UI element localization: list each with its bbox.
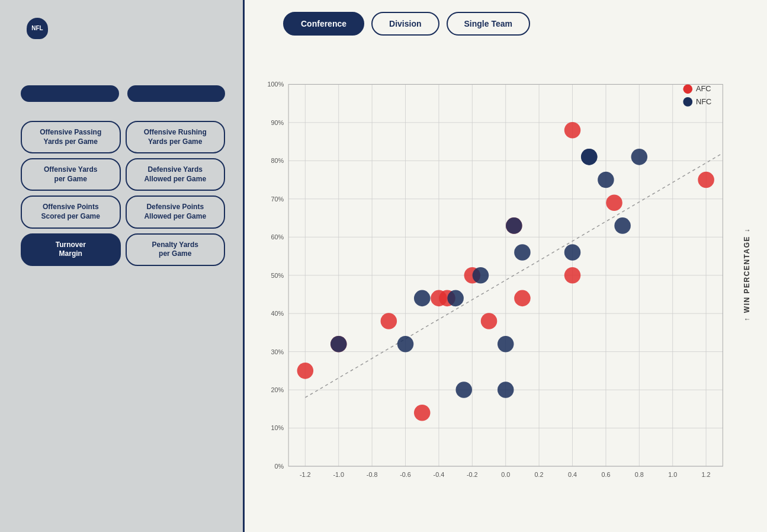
y-axis-label: ↑ WIN PERCENTAGE ↓	[743, 228, 751, 321]
highlight-btn-single-team[interactable]: Single Team	[447, 12, 530, 36]
svg-text:10%: 10%	[271, 424, 284, 431]
metric-btn-off-yards[interactable]: Offensive Yards per Game	[21, 158, 121, 191]
scatter-dot[interactable]	[498, 336, 514, 352]
svg-text:80%: 80%	[271, 157, 284, 164]
highlight-btn-conference[interactable]: Conference	[283, 12, 364, 36]
scatter-dot[interactable]	[564, 122, 581, 139]
svg-text:0.6: 0.6	[601, 471, 610, 478]
svg-text:AFC: AFC	[696, 84, 711, 93]
y-axis-up-arrow: ↑	[743, 317, 751, 322]
review-buttons	[21, 85, 225, 102]
scatter-dot[interactable]	[498, 382, 514, 398]
svg-point-51	[683, 84, 692, 94]
highlight-buttons: ConferenceDivisionSingle Team	[283, 12, 530, 36]
metric-btn-off-rush[interactable]: Offensive Rushing Yards per Game	[126, 121, 226, 153]
scatter-dot[interactable]	[514, 290, 531, 307]
svg-text:-0.2: -0.2	[467, 471, 478, 478]
title-line1: NFL	[21, 18, 225, 39]
nfl-shield-logo: NFL	[27, 18, 48, 39]
scatter-svg-container: 0%10%20%30%40%50%60%70%80%90%100%-1.2-1.…	[256, 44, 734, 521]
svg-text:0.8: 0.8	[635, 471, 644, 478]
scatter-dot[interactable]	[564, 244, 581, 261]
svg-text:0%: 0%	[275, 463, 284, 470]
scatter-dot[interactable]	[514, 244, 531, 261]
scatter-dot[interactable]	[414, 290, 431, 307]
title-block: NFL	[21, 18, 225, 50]
metric-btn-def-points[interactable]: Defensive Points Allowed per Game	[126, 196, 226, 228]
svg-text:60%: 60%	[271, 233, 284, 241]
scatter-dot[interactable]	[614, 217, 631, 234]
scatter-dot[interactable]	[631, 149, 648, 165]
scatter-dot[interactable]	[481, 313, 498, 329]
scatter-dot[interactable]	[473, 267, 489, 284]
scatter-dot[interactable]	[330, 336, 347, 352]
svg-text:0.0: 0.0	[501, 471, 510, 478]
scatter-dot[interactable]	[297, 363, 314, 379]
review-by-division-button[interactable]	[21, 85, 119, 102]
y-axis-label-container: ↑ WIN PERCENTAGE ↓	[739, 44, 755, 505]
svg-text:100%: 100%	[268, 81, 284, 88]
svg-text:20%: 20%	[271, 386, 284, 393]
metric-btn-turnover[interactable]: Turnover Margin	[21, 233, 121, 266]
metric-btn-off-points[interactable]: Offensive Points Scored per Game	[21, 196, 121, 228]
scatter-wrapper: 0%10%20%30%40%50%60%70%80%90%100%-1.2-1.…	[256, 44, 734, 523]
metric-btn-def-yards[interactable]: Defensive Yards Allowed per Game	[126, 158, 226, 191]
svg-text:-0.6: -0.6	[400, 471, 411, 478]
svg-text:-0.4: -0.4	[434, 471, 445, 478]
svg-text:0.2: 0.2	[535, 471, 544, 478]
scatter-dot[interactable]	[381, 313, 397, 329]
svg-text:50%: 50%	[271, 272, 284, 279]
svg-text:90%: 90%	[271, 119, 284, 126]
metric-buttons-grid: Offensive Passing Yards per GameOffensiv…	[21, 121, 225, 266]
y-axis-down-arrow: ↓	[743, 228, 751, 233]
svg-text:30%: 30%	[271, 348, 284, 355]
scatter-dot[interactable]	[397, 336, 414, 352]
scatter-dot[interactable]	[564, 267, 581, 284]
highlight-btn-division[interactable]: Division	[371, 12, 439, 36]
svg-point-53	[683, 97, 692, 107]
svg-text:40%: 40%	[271, 310, 284, 317]
scatter-dot[interactable]	[447, 290, 464, 307]
chart-area: 0%10%20%30%40%50%60%70%80%90%100%-1.2-1.…	[256, 44, 755, 523]
y-axis-text: WIN PERCENTAGE	[743, 236, 751, 313]
review-by-team-button[interactable]	[127, 85, 226, 102]
scatter-dot[interactable]	[581, 149, 598, 165]
left-panel: NFL Offensive Passing Yards per GameOffe…	[0, 0, 243, 532]
svg-text:1.2: 1.2	[702, 471, 711, 478]
top-controls: ConferenceDivisionSingle Team	[256, 12, 755, 36]
scatter-dot[interactable]	[506, 217, 522, 234]
svg-text:-0.8: -0.8	[367, 471, 378, 478]
scatter-plot: 0%10%20%30%40%50%60%70%80%90%100%-1.2-1.…	[256, 44, 734, 521]
scatter-dot[interactable]	[598, 172, 614, 188]
svg-text:0.4: 0.4	[568, 471, 577, 478]
svg-text:NFC: NFC	[696, 97, 711, 106]
scatter-dot[interactable]	[698, 172, 714, 188]
scatter-dot[interactable]	[606, 194, 622, 211]
svg-text:-1.2: -1.2	[300, 471, 311, 478]
metric-btn-off-pass[interactable]: Offensive Passing Yards per Game	[21, 121, 121, 153]
svg-text:-1.0: -1.0	[333, 471, 344, 478]
scatter-dot[interactable]	[455, 382, 472, 398]
metric-btn-penalty[interactable]: Penalty Yards per Game	[126, 233, 226, 266]
scatter-dot[interactable]	[414, 405, 431, 421]
svg-text:70%: 70%	[271, 196, 284, 203]
right-panel: ConferenceDivisionSingle Team 0%10%20%30…	[243, 0, 767, 532]
svg-text:1.0: 1.0	[668, 471, 677, 478]
